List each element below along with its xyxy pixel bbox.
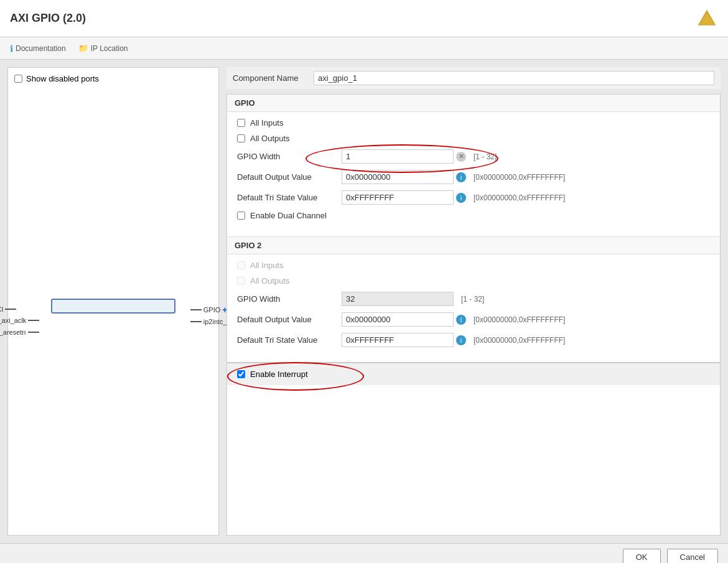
show-disabled-ports-label: Show disabled ports — [26, 74, 99, 83]
ok-button[interactable]: OK — [623, 549, 661, 563]
aclk-connector — [28, 320, 39, 321]
gpio2-all-inputs-row: All Inputs — [237, 261, 710, 270]
ip-block: + S_AXI s_axi_aclk ◆ s_axi_aresetn — [51, 299, 175, 314]
default-tristate-range: [0x00000000,0xFFFFFFFF] — [474, 193, 565, 202]
enable-dual-row: Enable Dual Channel — [237, 211, 710, 220]
component-diagram: + S_AXI s_axi_aclk ◆ s_axi_aresetn — [14, 91, 212, 521]
documentation-link[interactable]: ℹ Documentation — [10, 44, 66, 54]
ip2intc-connector — [190, 321, 202, 322]
ip-location-label: IP Location — [91, 44, 128, 53]
toolbar: ℹ Documentation 📁 IP Location — [0, 37, 728, 60]
gpio2-default-output-input[interactable] — [342, 312, 454, 327]
default-tristate-label: Default Tri State Value — [237, 193, 337, 202]
show-disabled-ports-row: Show disabled ports — [14, 74, 212, 83]
gpio2-all-outputs-row: All Outputs — [237, 276, 710, 286]
gpio2-all-inputs-label: All Inputs — [250, 261, 283, 270]
gpio2-default-tristate-info-icon[interactable]: i — [456, 335, 466, 345]
default-tristate-info-icon[interactable]: i — [456, 193, 466, 203]
s-axi-label: S_AXI — [0, 305, 3, 313]
gpio-section: GPIO All Inputs All Outputs — [226, 94, 721, 536]
gpio-scroll-area[interactable]: GPIO All Inputs All Outputs — [227, 95, 720, 535]
gpio2-all-outputs-label: All Outputs — [250, 276, 290, 286]
gpio2-default-output-info-icon[interactable]: i — [456, 315, 466, 325]
default-output-input[interactable] — [342, 170, 454, 184]
enable-interrupt-label: Enable Interrupt — [250, 370, 308, 379]
default-tristate-input[interactable] — [342, 190, 454, 205]
all-outputs-checkbox[interactable] — [237, 134, 245, 142]
cancel-button[interactable]: Cancel — [667, 549, 718, 563]
gpio-connector — [190, 309, 202, 310]
gpio2-width-label: GPIO Width — [237, 294, 337, 304]
left-panel: Show disabled ports + S_AXI s_ax — [7, 67, 219, 536]
show-disabled-ports-checkbox[interactable] — [14, 75, 22, 83]
gpio2-default-tristate-range: [0x00000000,0xFFFFFFFF] — [474, 336, 565, 345]
gpio-width-input[interactable] — [342, 149, 454, 164]
s-axi-port: + S_AXI — [0, 305, 39, 314]
gpio2-default-output-row: Default Output Value i [0x00000000,0xFFF… — [237, 312, 710, 327]
gpio2-width-input[interactable] — [342, 292, 454, 306]
gpio2-all-outputs-checkbox[interactable] — [237, 277, 245, 285]
app-title: AXI GPIO (2.0) — [10, 12, 86, 25]
gpio-width-row: GPIO Width ✕ [1 - 32] — [237, 149, 710, 164]
default-output-range: [0x00000000,0xFFFFFFFF] — [474, 173, 565, 182]
gpio-header: GPIO — [227, 95, 720, 112]
enable-dual-label: Enable Dual Channel — [250, 211, 327, 220]
left-ports: + S_AXI s_axi_aclk ◆ s_axi_aresetn — [0, 305, 39, 340]
all-outputs-label: All Outputs — [250, 134, 290, 143]
component-name-label: Component Name — [233, 73, 307, 83]
gpio2-content: All Inputs All Outputs GPIO Width [1 - 3… — [227, 254, 720, 360]
clear-icon[interactable]: ✕ — [456, 152, 466, 162]
gpio-content: All Inputs All Outputs GPIO Width — [227, 112, 720, 233]
all-inputs-label: All Inputs — [250, 118, 283, 128]
gpio-label: GPIO — [203, 306, 221, 314]
gpio2-header: GPIO 2 — [227, 236, 720, 254]
default-tristate-row: Default Tri State Value i [0x00000000,0x… — [237, 190, 710, 205]
right-panel: Component Name GPIO All Inputs All O — [226, 67, 721, 536]
gpio2-default-output-label: Default Output Value — [237, 315, 337, 324]
documentation-label: Documentation — [16, 44, 66, 53]
folder-icon: 📁 — [78, 44, 88, 53]
all-inputs-row: All Inputs — [237, 118, 710, 128]
all-outputs-row: All Outputs — [237, 134, 710, 143]
enable-interrupt-section: Enable Interrupt — [227, 363, 720, 385]
aresetn-connector — [28, 332, 39, 333]
button-bar: OK Cancel — [0, 543, 728, 563]
ip-location-link[interactable]: 📁 IP Location — [78, 44, 128, 53]
info-icon: ℹ — [10, 44, 13, 54]
gpio2-default-tristate-input[interactable] — [342, 333, 454, 347]
aresetn-label: s_axi_aresetn — [0, 328, 26, 336]
aclk-label: s_axi_aclk — [0, 317, 26, 324]
aclk-port: s_axi_aclk — [0, 317, 39, 324]
enable-interrupt-checkbox[interactable] — [237, 370, 245, 378]
gpio-width-label: GPIO Width — [237, 152, 337, 161]
gpio2-all-inputs-checkbox[interactable] — [237, 261, 245, 269]
component-name-row: Component Name — [226, 67, 721, 89]
gpio2-default-tristate-row: Default Tri State Value i [0x00000000,0x… — [237, 333, 710, 347]
default-output-info-icon[interactable]: i — [456, 172, 466, 182]
gpio-width-range: [1 - 32] — [474, 152, 497, 161]
gpio2-width-range: [1 - 32] — [461, 295, 484, 304]
default-output-row: Default Output Value i [0x00000000,0xFFF… — [237, 170, 710, 184]
all-inputs-checkbox[interactable] — [237, 119, 245, 127]
main-area: Show disabled ports + S_AXI s_ax — [0, 60, 728, 543]
gpio2-default-output-range: [0x00000000,0xFFFFFFFF] — [474, 315, 565, 324]
s-axi-connector — [5, 309, 16, 310]
default-output-label: Default Output Value — [237, 172, 337, 182]
enable-dual-checkbox[interactable] — [237, 212, 245, 220]
aresetn-port: ◆ s_axi_aresetn — [0, 327, 39, 337]
logo-icon — [696, 7, 718, 30]
component-name-input[interactable] — [314, 71, 714, 85]
gpio2-default-tristate-label: Default Tri State Value — [237, 335, 337, 345]
gpio2-width-row: GPIO Width [1 - 32] — [237, 292, 710, 306]
title-bar: AXI GPIO (2.0) — [0, 0, 728, 37]
